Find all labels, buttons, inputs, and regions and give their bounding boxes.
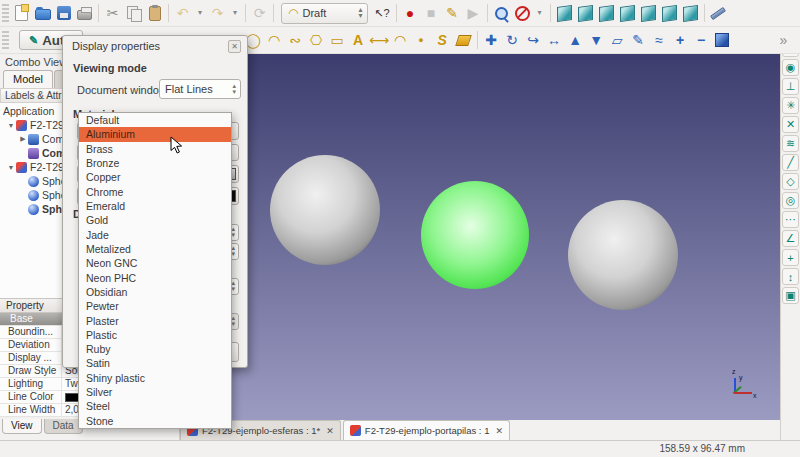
3d-viewport[interactable]: z y x (180, 54, 780, 420)
snap-special-icon[interactable]: + (782, 249, 799, 266)
redo-icon[interactable]: ↷ (207, 3, 228, 24)
draft-point-icon[interactable]: ● (411, 30, 432, 51)
draft-wire-to-bspline-icon[interactable]: ≈ (649, 30, 670, 51)
navigation-dropdown-icon[interactable]: ▾ (533, 3, 547, 24)
draft-dimension-icon[interactable]: ⟷ (369, 30, 390, 51)
expander-icon[interactable]: ▶ (18, 135, 28, 143)
document-window-combo[interactable]: Flat Lines ▴▾ (159, 79, 241, 99)
snap-ortho-icon[interactable]: ↕ (782, 268, 799, 285)
draft-shape2dview-icon[interactable] (712, 30, 733, 51)
undo-dropdown-icon[interactable]: ▾ (193, 3, 207, 24)
material-option-stone[interactable]: Stone (79, 414, 231, 428)
redo-dropdown-icon[interactable]: ▾ (228, 3, 242, 24)
material-option-brass[interactable]: Brass (79, 142, 231, 156)
refresh-icon[interactable]: ⟳ (249, 3, 270, 24)
copy-icon[interactable] (123, 3, 144, 24)
zoom-selection-icon[interactable] (491, 3, 512, 24)
material-option-satin[interactable]: Satin (79, 356, 231, 370)
draft-downgrade-icon[interactable]: ▼ (586, 30, 607, 51)
draft-scale-icon[interactable]: ▱ (607, 30, 628, 51)
snap-parallel-icon[interactable]: ≋ (782, 135, 799, 152)
draft-polygon-icon[interactable]: ⎔ (306, 30, 327, 51)
material-option-copper[interactable]: Copper (79, 170, 231, 184)
draft-move-icon[interactable]: ✚ (481, 30, 502, 51)
sphere-middle[interactable] (421, 181, 529, 289)
tab-view[interactable]: View (2, 419, 42, 434)
snap-angle-icon[interactable]: ∠ (782, 230, 799, 247)
print-icon[interactable] (74, 3, 95, 24)
material-option-ruby[interactable]: Ruby (79, 342, 231, 356)
whats-this-icon[interactable]: ↖? (372, 3, 393, 24)
paste-icon[interactable] (144, 3, 165, 24)
tab-close-icon[interactable]: ✕ (495, 426, 503, 436)
sphere-left[interactable] (270, 155, 380, 265)
material-option-steel[interactable]: Steel (79, 399, 231, 413)
material-option-aluminium[interactable]: Aluminium (79, 127, 231, 141)
no-navigation-icon[interactable] (512, 3, 533, 24)
measure-distance-icon[interactable] (708, 3, 729, 24)
macro-play-icon[interactable]: ▶ (463, 3, 484, 24)
material-option-gold[interactable]: Gold (79, 213, 231, 227)
view-rear-icon[interactable] (638, 3, 659, 24)
macro-record-icon[interactable]: ● (400, 3, 421, 24)
material-option-silver[interactable]: Silver (79, 385, 231, 399)
material-option-chrome[interactable]: Chrome (79, 185, 231, 199)
material-option-bronze[interactable]: Bronze (79, 156, 231, 170)
tab-model[interactable]: Model (3, 70, 53, 88)
expander-icon[interactable]: ▼ (6, 164, 16, 171)
expander-icon[interactable]: ▼ (6, 122, 16, 129)
snap-midpoint-icon[interactable]: ◇ (782, 173, 799, 190)
material-option-neon-gnc[interactable]: Neon GNC (79, 256, 231, 270)
snap-center-icon[interactable]: ◎ (782, 192, 799, 209)
material-option-emerald[interactable]: Emerald (79, 199, 231, 213)
view-left-icon[interactable] (680, 3, 701, 24)
tab-close-icon[interactable]: ✕ (326, 426, 334, 436)
draft-delete-point-icon[interactable]: − (691, 30, 712, 51)
material-option-default[interactable]: Default (79, 113, 231, 127)
draft-subelement-icon[interactable]: ✎ (628, 30, 649, 51)
draft-bspline-icon[interactable]: S (432, 30, 453, 51)
view-bottom-icon[interactable] (659, 3, 680, 24)
material-option-obsidian[interactable]: Obsidian (79, 285, 231, 299)
draft-stretch-icon[interactable]: ↔ (544, 30, 565, 51)
draft-arc-3points-icon[interactable]: ◠ (390, 30, 411, 51)
toolbar-handle[interactable] (2, 31, 9, 49)
dialog-titlebar[interactable]: Display properties ✕ (63, 36, 247, 56)
dialog-close-icon[interactable]: ✕ (228, 40, 241, 53)
tab-data[interactable]: Data (44, 419, 83, 434)
snap-grid-icon[interactable]: ✳ (782, 97, 799, 114)
view-front-icon[interactable] (575, 3, 596, 24)
view-right-icon[interactable] (617, 3, 638, 24)
cut-icon[interactable]: ✂ (102, 3, 123, 24)
material-option-jade[interactable]: Jade (79, 228, 231, 242)
snap-dimensions-icon[interactable]: ⋯ (782, 211, 799, 228)
snap-working-plane-icon[interactable]: ▣ (782, 287, 799, 304)
material-option-pewter[interactable]: Pewter (79, 299, 231, 313)
macro-stop-icon[interactable]: ■ (421, 3, 442, 24)
draft-upgrade-icon[interactable]: ▲ (565, 30, 586, 51)
draft-arc-icon[interactable]: ◠ (264, 30, 285, 51)
snap-intersection-icon[interactable]: ✕ (782, 116, 799, 133)
material-option-metalized[interactable]: Metalized (79, 242, 231, 256)
toolbar-handle[interactable] (2, 4, 9, 22)
view-axonometric-icon[interactable] (554, 3, 575, 24)
draft-offset-icon[interactable]: ↪ (523, 30, 544, 51)
workbench-selector[interactable]: ◠ Draft ▴▾ (281, 3, 368, 24)
snap-endpoint-icon[interactable]: ◉ (782, 59, 799, 76)
material-option-plaster[interactable]: Plaster (79, 313, 231, 327)
sphere-right[interactable] (568, 200, 678, 310)
new-document-icon[interactable] (11, 3, 32, 24)
view-top-icon[interactable] (596, 3, 617, 24)
draft-rotate-icon[interactable]: ↻ (502, 30, 523, 51)
material-option-neon-phc[interactable]: Neon PHC (79, 270, 231, 284)
document-tab-portapilas[interactable]: F2-T29-ejemplo-portapilas : 1 ✕ (343, 420, 510, 440)
draft-bezier-icon[interactable]: ∾ (285, 30, 306, 51)
macro-edit-icon[interactable]: ✎ (442, 3, 463, 24)
snap-perpendicular-icon[interactable]: ⊥ (782, 78, 799, 95)
material-option-shiny-plastic[interactable]: Shiny plastic (79, 371, 231, 385)
save-icon[interactable] (53, 3, 74, 24)
draft-add-point-icon[interactable]: + (670, 30, 691, 51)
material-option-plastic[interactable]: Plastic (79, 328, 231, 342)
snap-extension-icon[interactable]: ╱ (782, 154, 799, 171)
draft-facebinder-icon[interactable] (453, 30, 474, 51)
